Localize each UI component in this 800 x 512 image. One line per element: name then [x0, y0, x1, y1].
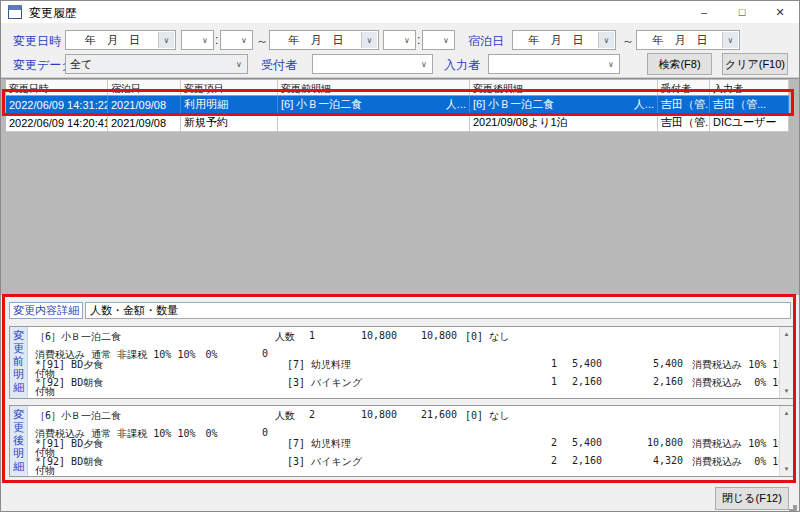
titlebar: 変更履歴 – □ ✕	[1, 1, 799, 23]
column-header-before-detail[interactable]: 変更前明細	[278, 80, 470, 95]
detail-type-field[interactable]: 人数・金額・数量	[85, 302, 791, 319]
stay-date-to-combo[interactable]: 年 月 日 ∨	[636, 30, 740, 50]
time-colon-separator: :	[215, 33, 218, 47]
chevron-down-icon[interactable]: ∨	[416, 55, 432, 73]
unit-price: 10,800	[332, 330, 397, 341]
table-row-selected[interactable]: 2022/06/09 14:31:22 2021/09/08 利用明細 [6] …	[6, 96, 789, 114]
after-detail-content: ［6］小Ｂ一泊二食 人数 2 10,800 21,600 [0] なし 消費税込…	[28, 406, 779, 476]
minimize-icon[interactable]: –	[685, 1, 723, 23]
time-colon-separator: :	[417, 33, 420, 47]
change-history-window: 変更履歴 – □ ✕ 変更日時 年 月 日 ∨ ∨ : ∨ ～ 年 月 日 ∨ …	[0, 0, 800, 512]
inputter-combo[interactable]: ∨	[488, 54, 620, 74]
change-datetime-to-date-combo[interactable]: 年 月 日 ∨	[269, 30, 379, 50]
range-tilde-separator: ～	[256, 33, 268, 50]
count-label: 人数	[275, 330, 295, 344]
close-icon[interactable]: ✕	[761, 1, 799, 23]
note: [0] なし	[465, 409, 510, 423]
receptionist-combo[interactable]: ∨	[312, 54, 433, 74]
column-header-receptionist[interactable]: 受付者	[658, 80, 710, 95]
total-price: 10,800	[392, 330, 457, 341]
item-sub: 付物	[35, 385, 55, 398]
chevron-down-icon[interactable]: ∨	[197, 31, 213, 49]
search-button[interactable]: 検索(F8)	[647, 53, 712, 75]
close-button[interactable]: 閉じる(F12)	[715, 487, 789, 510]
column-header-change-item[interactable]: 変更項目	[181, 80, 278, 95]
count-value: 2	[309, 409, 315, 420]
unit-price: 10,800	[332, 409, 397, 420]
before-detail-scrollbar[interactable]: ▲ ▼	[779, 327, 793, 398]
range-tilde-separator: ～	[622, 33, 634, 50]
plan-name: ［6］小Ｂ一泊二食	[35, 330, 121, 344]
table-row[interactable]: 2022/06/09 14:20:41 2021/09/08 新規予約 2021…	[6, 114, 789, 132]
filter-panel: 変更日時 年 月 日 ∨ ∨ : ∨ ～ 年 月 日 ∨ ∨ : ∨ 宿泊日 年…	[1, 23, 799, 78]
before-detail-content: ［6］小Ｂ一泊二食 人数 1 10,800 10,800 [0] なし 消費税込…	[28, 327, 779, 398]
after-detail-section: 変更後明細 ［6］小Ｂ一泊二食 人数 2 10,800 21,600 [0] な…	[9, 405, 794, 477]
plan-name: ［6］小Ｂ一泊二食	[35, 409, 121, 423]
clear-button[interactable]: クリア(F10)	[722, 53, 788, 75]
maximize-icon[interactable]: □	[723, 1, 761, 23]
total-price: 21,600	[392, 409, 457, 420]
receptionist-label: 受付者	[261, 57, 297, 74]
chevron-down-icon[interactable]: ∨	[236, 31, 252, 49]
scroll-up-icon[interactable]: ▲	[780, 407, 793, 419]
count-label: 人数	[275, 409, 295, 423]
before-detail-section: 変更前明細 ［6］小Ｂ一泊二食 人数 1 10,800 10,800 [0] な…	[9, 326, 794, 399]
window-title: 変更履歴	[29, 5, 77, 22]
inputter-label: 入力者	[444, 57, 480, 74]
column-header-after-detail[interactable]: 変更後明細	[470, 80, 658, 95]
footer: 閉じる(F12)	[1, 484, 799, 511]
change-datetime-from-date-combo[interactable]: 年 月 日 ∨	[65, 30, 176, 50]
chevron-down-icon[interactable]: ∨	[722, 32, 738, 48]
item-sub: 付物	[35, 464, 55, 476]
scroll-down-icon[interactable]: ▼	[780, 385, 793, 397]
chevron-down-icon[interactable]: ∨	[603, 55, 619, 73]
note: [0] なし	[465, 330, 510, 344]
chevron-down-icon[interactable]: ∨	[231, 55, 247, 73]
change-datetime-from-minute-combo[interactable]: ∨	[220, 30, 253, 50]
history-grid-area: 変更日時 宿泊日 変更項目 変更前明細 変更後明細 受付者 入力者 2022/0…	[1, 78, 799, 295]
column-header-change-datetime[interactable]: 変更日時	[6, 80, 108, 95]
history-grid: 変更日時 宿泊日 変更項目 変更前明細 変更後明細 受付者 入力者 2022/0…	[6, 80, 789, 132]
change-detail-panel: 変更内容詳細 人数・金額・数量 変更前明細 ［6］小Ｂ一泊二食 人数 1 10,…	[1, 295, 799, 484]
window-controls: – □ ✕	[685, 1, 799, 23]
after-detail-side-label: 変更後明細	[10, 406, 28, 476]
change-datetime-from-hour-combo[interactable]: ∨	[181, 30, 214, 50]
grid-header-row: 変更日時 宿泊日 変更項目 変更前明細 変更後明細 受付者 入力者	[6, 80, 789, 96]
column-header-inputter[interactable]: 入力者	[710, 80, 789, 95]
change-data-combo[interactable]: 全て ∨	[65, 54, 248, 74]
resize-grip-icon[interactable]	[793, 505, 797, 509]
after-detail-scrollbar[interactable]: ▲ ▼	[779, 406, 793, 476]
count-value: 1	[309, 330, 315, 341]
app-icon	[8, 5, 22, 19]
scroll-down-icon[interactable]: ▼	[780, 463, 793, 475]
tab-change-detail[interactable]: 変更内容詳細	[9, 302, 83, 319]
column-header-stay-date[interactable]: 宿泊日	[108, 80, 181, 95]
change-datetime-to-hour-combo[interactable]: ∨	[383, 30, 416, 50]
before-detail-side-label: 変更前明細	[10, 327, 28, 398]
stay-date-from-combo[interactable]: 年 月 日 ∨	[512, 30, 616, 50]
chevron-down-icon[interactable]: ∨	[399, 31, 415, 49]
chevron-down-icon[interactable]: ∨	[158, 32, 174, 48]
change-datetime-label: 変更日時	[13, 33, 61, 50]
stay-date-label: 宿泊日	[468, 33, 504, 50]
chevron-down-icon[interactable]: ∨	[598, 32, 614, 48]
chevron-down-icon[interactable]: ∨	[361, 32, 377, 48]
scroll-up-icon[interactable]: ▲	[780, 328, 793, 340]
change-datetime-to-minute-combo[interactable]: ∨	[422, 30, 455, 50]
chevron-down-icon[interactable]: ∨	[438, 31, 454, 49]
